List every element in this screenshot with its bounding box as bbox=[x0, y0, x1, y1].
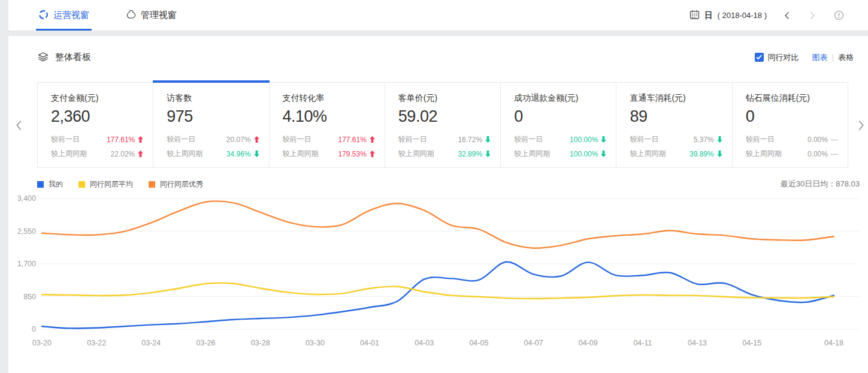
down-arrow-icon bbox=[601, 136, 606, 143]
compare-label: 较前一日 bbox=[51, 134, 80, 145]
compare-value: 20.07% bbox=[220, 136, 251, 144]
card-value: 59.02 bbox=[398, 107, 492, 126]
card-value: 2,360 bbox=[51, 107, 144, 126]
calendar-icon bbox=[689, 10, 700, 22]
chart-header: 我的同行同层平均同行同层优秀 最近30日日均：878.03 bbox=[37, 179, 860, 189]
divider: | bbox=[832, 53, 834, 62]
up-arrow-icon bbox=[254, 136, 259, 143]
dashboard-page: 运营视窗 管理视窗 日 ( 2018-04-18 ) bbox=[8, 0, 868, 373]
compare-label: 较上周同期 bbox=[630, 149, 666, 159]
metric-cards-zone: 支付金额(元)2,360较前一日177.61%较上周同期22.02%访客数975… bbox=[8, 82, 868, 168]
card-compare-rows: 较前一日5.37%较上周同期39.89% bbox=[630, 134, 723, 159]
x-axis-tick-label: 04-03 bbox=[415, 339, 434, 347]
compare-value: 100.00% bbox=[567, 136, 598, 144]
legend-item[interactable]: 同行同层优秀 bbox=[149, 179, 203, 189]
card-value: 0 bbox=[514, 107, 607, 126]
compare-row: 较上周同期34.96% bbox=[167, 149, 260, 159]
info-icon[interactable] bbox=[833, 9, 845, 22]
legend-swatch bbox=[149, 181, 155, 188]
tab-label: 管理视窗 bbox=[141, 10, 177, 21]
top-header: 运营视窗 管理视窗 日 ( 2018-04-18 ) bbox=[8, 0, 868, 31]
compare-row: 较前一日177.61% bbox=[283, 134, 376, 145]
card-title: 直通车消耗(元) bbox=[630, 93, 723, 104]
board-header: 整体看板 同行对比 图表 | 表格 bbox=[8, 36, 868, 64]
view-toggle-chart[interactable]: 图表 bbox=[812, 52, 828, 63]
series-line-我的 bbox=[42, 262, 834, 329]
compare-value: 177.61% bbox=[335, 136, 367, 144]
legend-item[interactable]: 同行同层平均 bbox=[78, 179, 133, 189]
compare-row: 较上周同期39.89% bbox=[630, 149, 723, 159]
compare-label: 较前一日 bbox=[283, 134, 311, 145]
compare-label: 较上周同期 bbox=[51, 149, 87, 159]
card-value: 975 bbox=[167, 107, 260, 126]
x-axis-tick-label: 04-01 bbox=[360, 339, 379, 347]
x-axis-tick-label: 03-24 bbox=[141, 339, 161, 347]
x-axis-tick-label: 04-13 bbox=[688, 339, 707, 347]
compare-row: 较上周同期32.89% bbox=[398, 149, 492, 159]
x-axis-tick-label: 04-18 bbox=[824, 339, 843, 347]
up-arrow-icon bbox=[138, 151, 143, 157]
no-change-dash-icon: — bbox=[831, 150, 838, 158]
legend-label: 同行同层优秀 bbox=[160, 179, 203, 189]
line-chart: 08501,7002,5503,40003-2003-2203-2403-260… bbox=[8, 192, 868, 363]
y-axis-tick-label: 1,700 bbox=[17, 260, 36, 268]
metric-card-1[interactable]: 访客数975较前一日20.07%较上周同期34.96% bbox=[153, 83, 268, 167]
metric-card-4[interactable]: 成功退款金额(元)0较前一日100.00%较上周同期100.00% bbox=[500, 83, 616, 167]
compare-row: 较前一日0.00%— bbox=[746, 134, 839, 145]
compare-row: 较上周同期100.00% bbox=[514, 149, 607, 159]
peer-compare-checkbox[interactable] bbox=[755, 53, 764, 62]
chart-legend: 我的同行同层平均同行同层优秀 bbox=[37, 179, 203, 189]
card-compare-rows: 较前一日16.72%较上周同期32.89% bbox=[398, 134, 492, 159]
metric-card-0[interactable]: 支付金额(元)2,360较前一日177.61%较上周同期22.02% bbox=[38, 83, 153, 167]
metric-card-6[interactable]: 钻石展位消耗(元)0较前一日0.00%—较上周同期0.00%— bbox=[732, 83, 848, 167]
money-pouch-icon bbox=[126, 10, 136, 22]
down-arrow-icon bbox=[601, 151, 606, 157]
card-compare-rows: 较前一日177.61%较上周同期179.53% bbox=[283, 134, 376, 159]
card-value: 89 bbox=[630, 107, 723, 126]
legend-item[interactable]: 我的 bbox=[37, 179, 63, 189]
compare-row: 较前一日5.37% bbox=[630, 134, 723, 145]
y-axis-tick-label: 0 bbox=[32, 325, 36, 333]
header-controls: 日 ( 2018-04-18 ) bbox=[689, 9, 845, 22]
metric-cards-row: 支付金额(元)2,360较前一日177.61%较上周同期22.02%访客数975… bbox=[37, 82, 848, 168]
compare-value: 0.00% bbox=[797, 150, 828, 158]
board-title-group: 整体看板 bbox=[37, 50, 91, 64]
prev-day-button[interactable] bbox=[782, 10, 792, 22]
next-day-button[interactable] bbox=[807, 10, 817, 22]
card-title: 支付金额(元) bbox=[51, 93, 144, 104]
peer-compare-label[interactable]: 同行对比 bbox=[768, 52, 799, 63]
circular-segments-icon bbox=[38, 10, 49, 22]
compare-label: 较上周同期 bbox=[167, 149, 202, 159]
legend-label: 同行同层平均 bbox=[90, 179, 133, 189]
avg-30d-note: 最近30日日均：878.03 bbox=[781, 179, 860, 189]
cards-scroll-left-button[interactable] bbox=[16, 119, 22, 131]
date-picker[interactable]: 日 ( 2018-04-18 ) bbox=[689, 10, 767, 22]
board-controls: 同行对比 图表 | 表格 bbox=[755, 52, 854, 63]
down-arrow-icon bbox=[485, 136, 491, 143]
tab-label: 运营视窗 bbox=[53, 10, 89, 21]
x-axis-tick-label: 04-07 bbox=[524, 339, 543, 347]
view-tabs: 运营视窗 管理视窗 bbox=[37, 0, 213, 31]
cards-scroll-right-button[interactable] bbox=[858, 119, 864, 131]
compare-value: 177.61% bbox=[104, 136, 135, 144]
up-arrow-icon bbox=[370, 136, 375, 143]
x-axis-tick-label: 03-20 bbox=[32, 339, 52, 347]
line-chart-svg[interactable]: 08501,7002,5503,40003-2003-2203-2403-260… bbox=[8, 192, 868, 361]
tab-operation-view[interactable]: 运营视窗 bbox=[37, 0, 90, 31]
compare-row: 较上周同期22.02% bbox=[51, 149, 144, 159]
metric-card-5[interactable]: 直通车消耗(元)89较前一日5.37%较上周同期39.89% bbox=[616, 83, 731, 167]
page-title: 整体看板 bbox=[55, 52, 91, 63]
metric-card-2[interactable]: 支付转化率4.10%较前一日177.61%较上周同期179.53% bbox=[269, 83, 385, 167]
down-arrow-icon bbox=[254, 151, 259, 157]
date-granularity: 日 bbox=[704, 10, 713, 21]
view-toggle-table[interactable]: 表格 bbox=[838, 52, 854, 63]
metric-card-3[interactable]: 客单价(元)59.02较前一日16.72%较上周同期32.89% bbox=[385, 83, 500, 167]
tab-management-view[interactable]: 管理视窗 bbox=[125, 0, 178, 31]
compare-row: 较上周同期179.53% bbox=[283, 149, 376, 159]
x-axis-tick-label: 04-15 bbox=[742, 339, 761, 347]
card-value: 4.10% bbox=[283, 107, 376, 126]
up-arrow-icon bbox=[138, 136, 143, 143]
compare-label: 较前一日 bbox=[746, 134, 775, 145]
x-axis-tick-label: 04-09 bbox=[579, 339, 598, 347]
card-compare-rows: 较前一日0.00%—较上周同期0.00%— bbox=[746, 134, 839, 159]
